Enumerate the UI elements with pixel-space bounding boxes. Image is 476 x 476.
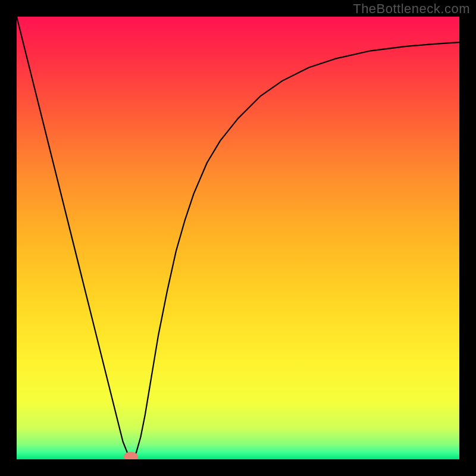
watermark-label: TheBottleneck.com (353, 1, 470, 17)
chart-svg (17, 17, 459, 459)
gradient-background (17, 17, 459, 459)
plot-area (17, 17, 459, 459)
chart-container: TheBottleneck.com (0, 0, 476, 476)
